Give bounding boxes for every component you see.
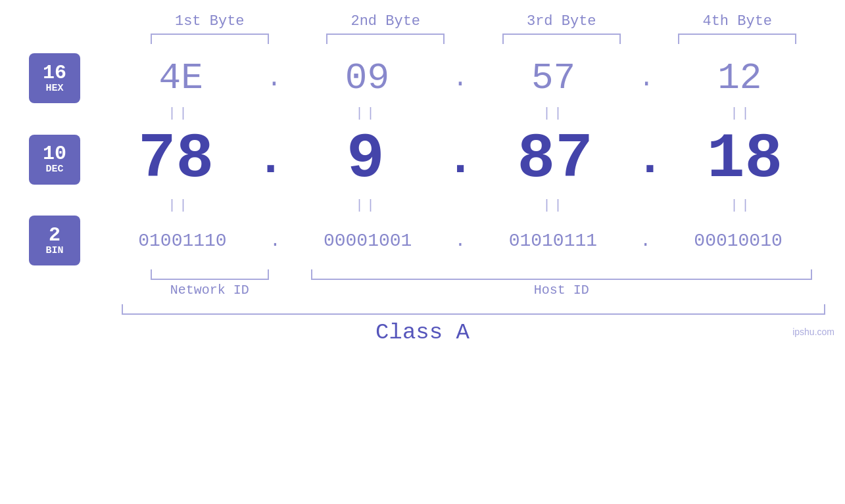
hex-badge: 16 HEX bbox=[29, 53, 80, 103]
byte4-header: 4th Byte bbox=[650, 13, 826, 30]
equals1-3: || bbox=[470, 106, 638, 121]
dec-badge: 10 DEC bbox=[29, 135, 80, 185]
bin-badge: 2 BIN bbox=[29, 216, 80, 265]
hex-val2: 09 bbox=[281, 57, 452, 99]
bin-dot3: . bbox=[640, 231, 651, 251]
equals2-4: || bbox=[658, 198, 825, 213]
dec-badge-number: 10 bbox=[43, 144, 66, 164]
equals1-1: || bbox=[95, 106, 263, 121]
hex-val1: 4E bbox=[95, 57, 266, 99]
bin-dot2: . bbox=[455, 231, 466, 251]
watermark: ipshu.com bbox=[792, 327, 834, 337]
equals1-2: || bbox=[283, 106, 450, 121]
hex-dot2: . bbox=[453, 64, 468, 93]
hex-dot1: . bbox=[266, 64, 281, 93]
main-container: 1st Byte 2nd Byte 3rd Byte 4th Byte 16 H… bbox=[0, 13, 845, 345]
network-id-label: Network ID bbox=[122, 283, 298, 298]
hex-badge-label: HEX bbox=[45, 83, 63, 94]
bin-badge-label: BIN bbox=[45, 245, 63, 256]
equals2-2: || bbox=[283, 198, 450, 213]
bin-val1: 01001110 bbox=[95, 231, 270, 251]
hex-val4: 12 bbox=[654, 57, 825, 99]
class-bracket bbox=[122, 304, 825, 315]
byte2-header: 2nd Byte bbox=[298, 13, 474, 30]
bin-val4: 00010010 bbox=[651, 231, 825, 251]
bracket-top-2 bbox=[326, 34, 445, 44]
bracket-bottom-network bbox=[151, 269, 269, 280]
bracket-bottom-host bbox=[311, 269, 812, 280]
dec-val3: 87 bbox=[475, 124, 636, 195]
host-id-label: Host ID bbox=[298, 283, 826, 298]
dec-dot2: . bbox=[446, 133, 474, 187]
hex-badge-number: 16 bbox=[43, 63, 66, 83]
byte3-header: 3rd Byte bbox=[473, 13, 650, 30]
bin-badge-number: 2 bbox=[49, 225, 60, 245]
dec-val1: 78 bbox=[95, 124, 256, 195]
dec-dot1: . bbox=[256, 133, 285, 187]
bin-val3: 01010111 bbox=[466, 231, 640, 251]
class-label: Class A bbox=[0, 320, 845, 345]
bin-dot1: . bbox=[270, 231, 281, 251]
dec-dot3: . bbox=[636, 133, 664, 187]
hex-dot3: . bbox=[639, 64, 654, 93]
dec-val2: 9 bbox=[285, 124, 446, 195]
hex-val3: 57 bbox=[468, 57, 639, 99]
dec-val4: 18 bbox=[664, 124, 825, 195]
equals2-1: || bbox=[95, 198, 263, 213]
bracket-top-4 bbox=[678, 34, 796, 44]
bracket-top-3 bbox=[502, 34, 621, 44]
equals2-3: || bbox=[470, 198, 638, 213]
equals1-4: || bbox=[658, 106, 825, 121]
dec-badge-label: DEC bbox=[45, 164, 63, 175]
bracket-top-1 bbox=[151, 34, 269, 44]
bin-val2: 00001001 bbox=[281, 231, 455, 251]
byte1-header: 1st Byte bbox=[122, 13, 298, 30]
